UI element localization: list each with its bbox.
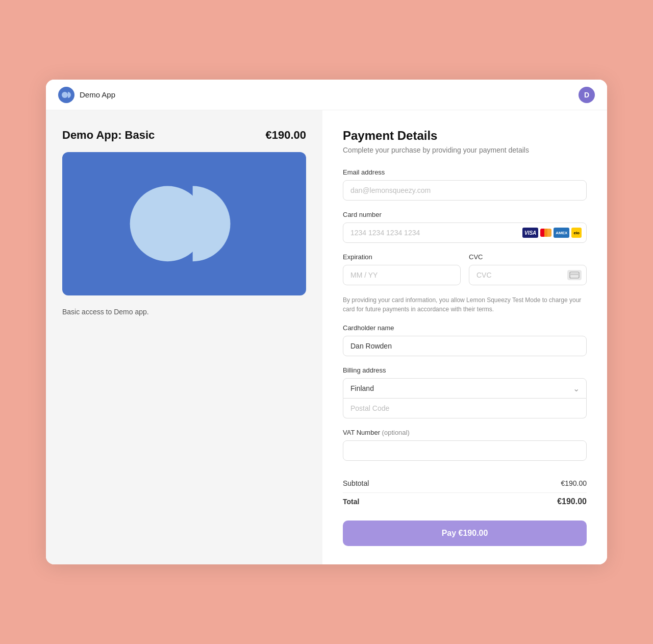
postal-code-input[interactable] [343, 399, 587, 418]
payment-section-subtitle: Complete your purchase by providing your… [343, 146, 587, 154]
card-brand-icons: VISA AMEX elo [522, 228, 582, 238]
country-select-wrapper: Finland Sweden Germany France United Sta… [343, 378, 587, 399]
subtotal-label: Subtotal [343, 479, 369, 487]
visa-icon: VISA [522, 228, 538, 238]
cvc-wrapper [469, 265, 587, 285]
cvc-label: CVC [469, 253, 587, 261]
card-number-label: Card number [343, 211, 587, 218]
card-number-wrapper: VISA AMEX elo [343, 222, 587, 243]
right-panel: Payment Details Complete your purchase b… [322, 110, 607, 564]
total-value: €190.00 [557, 497, 587, 506]
totals-section: Subtotal €190.00 Total €190.00 [343, 475, 587, 510]
svg-rect-4 [570, 274, 579, 275]
cvc-card-icon [567, 270, 582, 280]
app-logo-area: Demo App [58, 87, 115, 103]
product-price: €190.00 [265, 129, 306, 142]
amex-icon: AMEX [554, 228, 569, 238]
email-group: Email address [343, 168, 587, 201]
app-name: Demo App [80, 90, 115, 99]
svg-point-1 [62, 92, 68, 98]
subtotal-value: €190.00 [561, 479, 587, 487]
vat-optional: (optional) [382, 429, 410, 436]
cardholder-input[interactable] [343, 336, 587, 356]
total-label: Total [343, 498, 359, 506]
payment-section-title: Payment Details [343, 129, 587, 143]
grand-total-row: Total €190.00 [343, 493, 587, 510]
billing-label: Billing address [343, 366, 587, 374]
app-logo-icon [58, 87, 74, 103]
expiry-cvc-row: Expiration CVC [343, 253, 587, 295]
pay-button[interactable]: Pay €190.00 [343, 521, 587, 546]
card-number-group: Card number VISA AMEX elo [343, 211, 587, 243]
cardholder-group: Cardholder name [343, 324, 587, 356]
subtotal-row: Subtotal €190.00 [343, 475, 587, 493]
product-description: Basic access to Demo app. [62, 308, 306, 316]
card-disclaimer: By providing your card information, you … [343, 295, 587, 314]
product-image [62, 152, 306, 295]
product-title: Demo App: Basic [62, 129, 155, 142]
user-avatar[interactable]: D [579, 87, 595, 103]
billing-group: Billing address Finland Sweden Germany F… [343, 366, 587, 418]
email-label: Email address [343, 168, 587, 176]
vat-label: VAT Number (optional) [343, 429, 587, 436]
expiry-input[interactable] [343, 265, 461, 285]
email-input[interactable] [343, 180, 587, 201]
mastercard-icon [540, 229, 551, 237]
country-select[interactable]: Finland Sweden Germany France United Sta… [343, 378, 587, 399]
cvc-group: CVC [469, 253, 587, 285]
expiry-group: Expiration [343, 253, 461, 285]
elo-icon: elo [571, 228, 582, 238]
left-panel: Demo App: Basic €190.00 Basic access to … [46, 110, 322, 564]
vat-input[interactable] [343, 440, 587, 461]
expiry-label: Expiration [343, 253, 461, 261]
cardholder-label: Cardholder name [343, 324, 587, 332]
vat-group: VAT Number (optional) [343, 429, 587, 461]
